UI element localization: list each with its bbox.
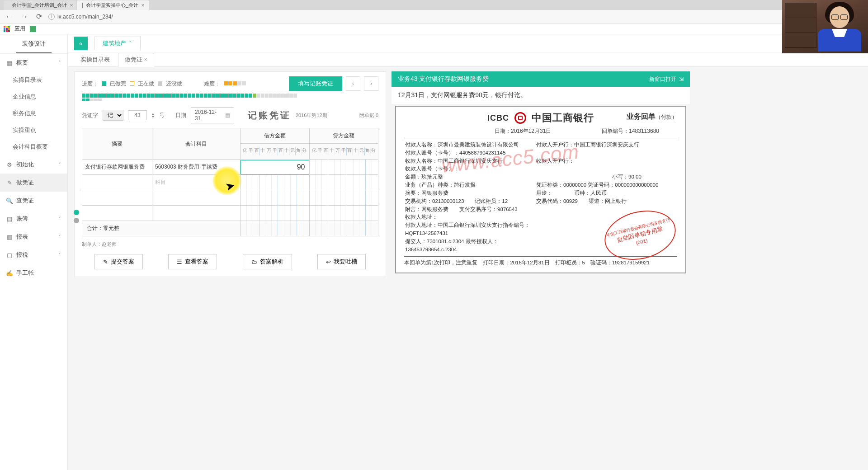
- open-new-label: 新窗口打开: [649, 75, 676, 83]
- voucher-title: 记账凭证: [248, 109, 291, 122]
- sidebar-sub-focus[interactable]: 实操重点: [0, 122, 67, 139]
- btn-label: 我要吐槽: [334, 258, 357, 266]
- progress-bar-1: [82, 94, 378, 98]
- spin-up-icon[interactable]: ▲: [151, 112, 155, 115]
- complain-button[interactable]: ↩我要吐槽: [317, 254, 366, 269]
- browser-tab-2[interactable]: 会计学堂实操中心_会计×: [77, 0, 149, 10]
- btn-label: 答案解析: [260, 258, 283, 266]
- fill-voucher-button[interactable]: 填写记账凭证: [289, 76, 342, 91]
- apps-label[interactable]: 应用: [14, 25, 25, 33]
- voucher-total-row: 合计：零元整: [82, 221, 378, 236]
- voucher-number-input[interactable]: 43: [128, 110, 147, 120]
- progress-label: 进度：: [82, 80, 98, 88]
- receipt-no: 回单编号：1483113680: [602, 127, 659, 135]
- url-field[interactable]: ilx.acc5.com/main_234/: [48, 14, 864, 20]
- folder-icon: 🗁: [251, 258, 257, 265]
- next-button[interactable]: ›: [364, 76, 378, 91]
- sidebar-label: 做凭证: [16, 179, 34, 187]
- submit-answer-button[interactable]: ✎提交答案: [94, 254, 143, 269]
- legend-doing: 正在做: [138, 80, 154, 88]
- voucher-word-select[interactable]: 记: [103, 110, 123, 121]
- sidebar-sub-catalog[interactable]: 实操目录表: [0, 72, 67, 89]
- date-label: 日期: [175, 112, 186, 119]
- forward-button[interactable]: →: [19, 13, 30, 21]
- remove-row-button[interactable]: [74, 218, 79, 223]
- address-bar: ← → ⟳ ilx.acc5.com/main_234/: [0, 10, 868, 24]
- open-new-window[interactable]: 新窗口打开⇲: [649, 75, 684, 83]
- preparer-name: 赵老师: [102, 241, 117, 247]
- tab-title: 会计学堂_会计培训_会计: [12, 2, 67, 9]
- chevron-down-icon: ˅: [58, 162, 61, 168]
- tab-catalog[interactable]: 实操目录表: [74, 53, 116, 66]
- reload-button[interactable]: ⟳: [34, 12, 44, 21]
- sidebar-item-taxfile[interactable]: ▢报税˅: [0, 246, 67, 264]
- sidebar-item-manual[interactable]: ✍手工帐: [0, 264, 67, 282]
- debit-cell[interactable]: 90: [241, 160, 310, 175]
- bank-name: 中国工商银行: [532, 111, 594, 125]
- prev-button[interactable]: ‹: [346, 76, 360, 91]
- apps-icon[interactable]: [4, 26, 10, 32]
- sidebar-label: 报税: [16, 251, 28, 259]
- subject-placeholder[interactable]: 科目: [152, 175, 241, 190]
- voucher-date-input[interactable]: 2016-12-31▦: [191, 107, 234, 123]
- attach-label: 附单据: [359, 113, 374, 118]
- sidebar-item-query-voucher[interactable]: 🔍查凭证: [0, 192, 67, 210]
- sidebar-sub-tax[interactable]: 税务信息: [0, 105, 67, 122]
- row-controls: [74, 210, 79, 223]
- number-spinner[interactable]: ▲▼: [151, 112, 155, 118]
- sidebar-label: 概要: [16, 59, 28, 67]
- spin-down-icon[interactable]: ▼: [151, 115, 155, 118]
- sidebar-item-overview[interactable]: ▦概要˄: [0, 54, 67, 72]
- search-icon: 🔍: [6, 197, 13, 204]
- add-row-button[interactable]: [74, 210, 79, 215]
- summary-cell[interactable]: [82, 175, 152, 190]
- back-button[interactable]: ←: [4, 13, 14, 21]
- chevron-up-icon: ˄: [58, 60, 61, 66]
- credit-cell[interactable]: [309, 175, 378, 190]
- sidebar-label: 查凭证: [16, 197, 34, 205]
- receipt-date: 日期：2016年12月31日: [495, 127, 551, 135]
- info-icon: i: [48, 14, 55, 20]
- sidebar-item-ledger[interactable]: ▤账簿˅: [0, 210, 67, 228]
- sidebar-sub-subjects[interactable]: 会计科目概要: [0, 139, 67, 155]
- company-selector[interactable]: 建筑地产˅: [94, 37, 141, 50]
- attach-value[interactable]: 0: [376, 113, 378, 118]
- list-icon: ☰: [177, 258, 182, 265]
- legend-done: 已做完: [110, 80, 126, 88]
- sidebar-item-report[interactable]: ▥报表˅: [0, 228, 67, 246]
- task-title: 业务43 支付银行存款网银服务费: [398, 75, 489, 83]
- preparer-label: 制单人：: [82, 241, 102, 247]
- close-icon[interactable]: ×: [144, 56, 147, 63]
- tab-label: 做凭证: [125, 56, 142, 63]
- chevron-down-icon: ˅: [58, 216, 61, 222]
- subject-cell[interactable]: 5603003 财务费用-手续费: [152, 160, 241, 175]
- debit-cell[interactable]: [241, 175, 310, 190]
- credit-cell[interactable]: [309, 160, 378, 175]
- summary-cell[interactable]: 支付银行存款网银服务费: [82, 160, 152, 175]
- btn-label: 查看答案: [185, 258, 208, 266]
- legend-todo: 还没做: [166, 80, 182, 88]
- close-icon[interactable]: ×: [70, 2, 73, 9]
- collapse-sidebar-button[interactable]: «: [74, 37, 88, 50]
- chevron-down-icon: ˅: [129, 40, 132, 47]
- legend-doing-icon: [130, 81, 134, 86]
- close-icon[interactable]: ×: [141, 2, 145, 9]
- url-text: lx.acc5.com/main_234/: [57, 14, 113, 20]
- bookmark-bar: 应用: [0, 24, 868, 34]
- view-answer-button[interactable]: ☰查看答案: [168, 254, 217, 269]
- analysis-button[interactable]: 🗁答案解析: [243, 254, 292, 269]
- sidebar-item-make-voucher[interactable]: ✎做凭证: [0, 174, 67, 192]
- sidebar-item-init[interactable]: ⚙初始化˅: [0, 155, 67, 174]
- task-panel: 业务43 支付银行存款网银服务费 新窗口打开⇲ 12月31日，支付网银服务费90…: [392, 71, 690, 277]
- browser-tab-1[interactable]: 会计学堂_会计培训_会计×: [4, 0, 76, 10]
- receipt-title: 业务回单（付款）: [627, 112, 677, 122]
- bookmark-icon[interactable]: [30, 26, 36, 32]
- icbc-logo-icon: [514, 112, 526, 124]
- sidebar-label: 初始化: [16, 160, 34, 169]
- debit-units: 亿千百十万千百十元角分: [241, 144, 310, 160]
- sidebar-sub-company[interactable]: 企业信息: [0, 89, 67, 105]
- tax-icon: ▢: [6, 252, 13, 258]
- voucher-period: 2016年第12期: [296, 112, 327, 119]
- col-summary: 摘要: [82, 128, 152, 160]
- tab-make-voucher[interactable]: 做凭证 ×: [118, 53, 154, 67]
